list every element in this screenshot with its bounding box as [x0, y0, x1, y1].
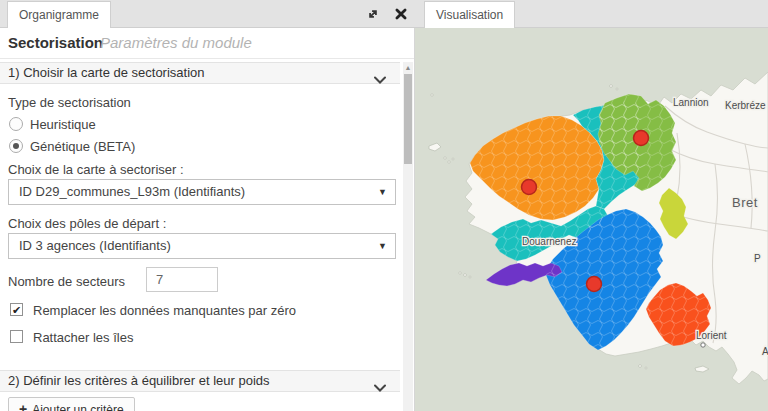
- map-select[interactable]: ID D29_communes_L93m (Identifiants) ▼: [8, 179, 396, 205]
- scroll-up-icon[interactable]: ▲: [403, 62, 413, 72]
- pole-marker-north[interactable]: [634, 131, 649, 146]
- sectors-count-label: Nombre de secteurs: [8, 274, 125, 289]
- label-douarnenez: Douarnenez: [522, 236, 576, 247]
- radio-genetique-label: Génétique (BETA): [30, 139, 135, 154]
- chevron-down-icon: [374, 378, 386, 398]
- label-lannion: Lannion: [673, 97, 709, 108]
- type-label: Type de sectorisation: [8, 95, 131, 110]
- lorient-town-dot: [701, 343, 705, 347]
- checkbox-replace-zero-label: Remplacer les données manquantes par zér…: [33, 303, 296, 318]
- section-1-header[interactable]: 1) Choisir la carte de sectorisation: [0, 62, 400, 84]
- checkbox-rattacher-iles[interactable]: [10, 330, 23, 343]
- section-1-label: 1) Choisir la carte de sectorisation: [8, 65, 205, 80]
- checkbox-rattacher-iles-label: Rattacher les îles: [33, 330, 133, 345]
- tab-visualisation[interactable]: Visualisation: [424, 1, 515, 28]
- poles-select[interactable]: ID 3 agences (Identifiants) ▼: [8, 233, 396, 259]
- map-panel: Lannion Kerbréze Douarnenez Lorient Bret…: [415, 28, 768, 411]
- app-window: Organigramme Visualisation Sectorisation…: [0, 0, 768, 411]
- panel-header: Sectorisation Paramètres du module: [0, 28, 414, 59]
- label-kerbreze: Kerbréze: [725, 100, 766, 111]
- scrollbar-thumb[interactable]: [404, 74, 412, 164]
- sectors-count-input[interactable]: [146, 267, 218, 292]
- page-title: Sectorisation: [8, 34, 103, 51]
- module-params-link[interactable]: Paramètres du module: [100, 34, 252, 51]
- label-lorient: Lorient: [696, 330, 727, 341]
- panel-scrollbar[interactable]: ▲: [403, 62, 413, 411]
- close-icon[interactable]: [394, 7, 408, 21]
- map-select-label: Choix de la carte à sectoriser :: [8, 162, 184, 177]
- pole-marker-south[interactable]: [587, 277, 602, 292]
- expand-icon[interactable]: [366, 7, 380, 21]
- radio-heuristique[interactable]: [9, 117, 23, 131]
- poles-select-label: Choix des pôles de départ :: [8, 216, 166, 231]
- sectorisation-panel: Sectorisation Paramètres du module 1) Ch…: [0, 28, 415, 411]
- radio-genetique[interactable]: [9, 139, 23, 153]
- check-icon: ✔: [12, 304, 21, 316]
- map-select-value: ID D29_communes_L93m (Identifiants): [19, 184, 245, 199]
- chevron-down-icon: [374, 70, 386, 90]
- map-canvas[interactable]: Lannion Kerbréze Douarnenez Lorient Bret…: [415, 28, 768, 411]
- radio-heuristique-label: Heuristique: [30, 117, 96, 132]
- tab-organigramme[interactable]: Organigramme: [7, 1, 111, 28]
- label-auray-partial: A: [762, 346, 768, 357]
- label-bretagne: Bret: [732, 195, 758, 210]
- select-caret-icon: ▼: [378, 234, 387, 258]
- section-2-header[interactable]: 2) Définir les critères à équilibrer et …: [0, 370, 400, 392]
- plus-icon: +: [19, 401, 27, 411]
- pole-marker-west[interactable]: [522, 180, 537, 195]
- label-pontivy-partial: P: [754, 253, 761, 264]
- add-criterion-button[interactable]: +Ajouter un critère: [8, 397, 135, 411]
- checkbox-replace-zero[interactable]: ✔: [10, 303, 23, 316]
- poles-select-value: ID 3 agences (Identifiants): [19, 238, 171, 253]
- tab-bar: Organigramme Visualisation: [0, 0, 768, 28]
- select-caret-icon: ▼: [378, 180, 387, 204]
- add-criterion-label: Ajouter un critère: [32, 403, 123, 411]
- section-2-label: 2) Définir les critères à équilibrer et …: [8, 373, 270, 388]
